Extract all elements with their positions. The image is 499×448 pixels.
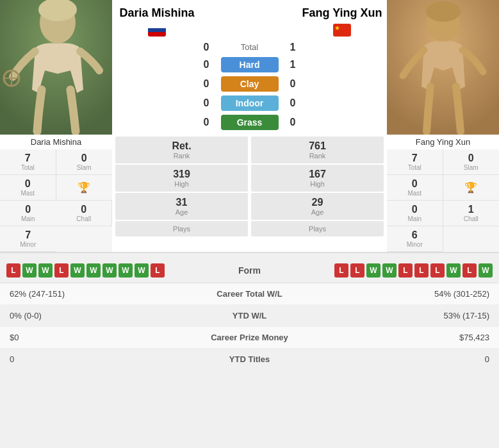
right-header-block: Fang Ying Xun bbox=[300, 0, 384, 37]
right-slam-cell: 0 Slam bbox=[443, 149, 500, 175]
left-player-photo bbox=[0, 0, 112, 135]
career-wl-label: Career Total W/L bbox=[186, 289, 314, 299]
right-plays-box: Plays bbox=[251, 221, 384, 236]
win-badge: W bbox=[22, 263, 37, 278]
clay-score-left: 0 bbox=[199, 78, 215, 90]
hard-score-left: 0 bbox=[199, 59, 215, 71]
titles-label: YTD Titles bbox=[186, 354, 314, 364]
left-slam-cell: 0 Slam bbox=[56, 149, 113, 175]
bottom-stats-section: LWWLWWWWWL Form LLWWLLLWLW 62% (247-151)… bbox=[0, 258, 499, 370]
loss-badge: L bbox=[430, 263, 445, 278]
loss-badge: L bbox=[398, 263, 413, 278]
left-player-stats: 7 Total 0 Slam 0 Mast 🏆 0 bbox=[0, 149, 112, 252]
form-label: Form bbox=[211, 265, 288, 276]
left-high-box: 319 High bbox=[115, 165, 248, 192]
hard-surface-badge: Hard bbox=[221, 57, 279, 72]
russia-flag-icon bbox=[148, 24, 166, 37]
prize-row: $0 Career Prize Money $75,423 bbox=[0, 327, 499, 349]
indoor-surface-badge: Indoor bbox=[221, 95, 279, 111]
win-badge: W bbox=[102, 263, 117, 278]
right-career-wl: 54% (301-252) bbox=[314, 289, 490, 299]
total-label: Total bbox=[221, 42, 279, 52]
indoor-score-left: 0 bbox=[199, 97, 215, 109]
right-player-name: Fang Ying Xun bbox=[387, 135, 499, 149]
prize-label: Career Prize Money bbox=[186, 333, 314, 342]
right-chall-cell: 1 Chall bbox=[443, 201, 500, 226]
ytd-wl-label: YTD W/L bbox=[186, 311, 314, 320]
right-minor-cell: 6 Minor bbox=[387, 226, 443, 252]
match-scores: 0 Total 1 0 Hard 1 0 Clay 0 0 bbox=[112, 37, 387, 135]
left-total-cell: 7 Total bbox=[0, 149, 56, 175]
right-rank-box: 761 Rank bbox=[251, 137, 384, 163]
left-main-visible: 0 Main bbox=[0, 201, 56, 226]
left-header-name: Daria Mishina bbox=[115, 0, 199, 21]
total-row: 0 Total 1 bbox=[199, 42, 301, 53]
left-chall-cell: 0 Chall bbox=[56, 201, 113, 226]
loss-badge: L bbox=[462, 263, 477, 278]
clay-surface-badge: Clay bbox=[221, 76, 279, 92]
right-main-visible: 0 Main bbox=[387, 201, 443, 226]
left-player-name: Daria Mishina bbox=[0, 135, 112, 149]
loss-badge: L bbox=[54, 263, 69, 278]
left-minor-cell: 7 Minor bbox=[0, 226, 56, 252]
ytd-wl-row: 0% (0-0) YTD W/L 53% (17-15) bbox=[0, 305, 499, 327]
career-wl-row: 62% (247-151) Career Total W/L 54% (301-… bbox=[0, 283, 499, 305]
right-ytd-wl: 53% (17-15) bbox=[314, 311, 490, 320]
plays-info-row: Plays Plays bbox=[112, 221, 387, 236]
right-header-name: Fang Ying Xun bbox=[300, 0, 384, 21]
left-form-badges: LWWLWWWWWL bbox=[6, 263, 211, 278]
china-flag-icon bbox=[333, 24, 351, 37]
left-age-box: 31 Age bbox=[115, 193, 248, 220]
win-badge: W bbox=[70, 263, 85, 278]
left-trophy-icon: 🏆 bbox=[78, 181, 90, 194]
loss-badge: L bbox=[334, 263, 348, 278]
grass-score-left: 0 bbox=[199, 117, 215, 128]
total-score-right: 1 bbox=[285, 42, 301, 53]
rank-info-row: Ret. Rank 761 Rank bbox=[112, 137, 387, 163]
right-total-cell: 7 Total bbox=[387, 149, 443, 175]
win-badge: W bbox=[38, 263, 53, 278]
right-form-badges: LLWWLLLWLW bbox=[288, 263, 493, 278]
left-header-block: Daria Mishina bbox=[115, 0, 199, 37]
svg-point-8 bbox=[426, 1, 461, 22]
left-prize: $0 bbox=[10, 333, 186, 342]
grass-row: 0 Grass 0 bbox=[199, 115, 301, 130]
loss-badge: L bbox=[350, 263, 364, 278]
win-badge: W bbox=[119, 263, 133, 278]
left-player-column: Daria Mishina 7 Total 0 Slam 0 Mast bbox=[0, 0, 112, 252]
hard-score-right: 1 bbox=[285, 59, 301, 71]
match-center-column: Daria Mishina Fang Ying Xun 0 bbox=[112, 0, 387, 252]
form-row: LWWLWWWWWL Form LLWWLLLWLW bbox=[0, 258, 499, 283]
win-badge: W bbox=[382, 263, 397, 278]
win-badge: W bbox=[366, 263, 380, 278]
left-mast-cell: 0 Mast bbox=[0, 175, 56, 201]
right-trophy-cell: 🏆 bbox=[443, 175, 500, 201]
win-badge: W bbox=[479, 263, 493, 278]
right-prize: $75,423 bbox=[314, 333, 490, 342]
right-player-column: Fang Ying Xun 7 Total 0 Slam 0 Mast bbox=[387, 0, 499, 252]
age-info-row: 31 Age 29 Age bbox=[112, 193, 387, 220]
right-mast-cell: 0 Mast bbox=[387, 175, 443, 201]
grass-score-right: 0 bbox=[285, 117, 301, 128]
left-plays-box: Plays bbox=[115, 221, 248, 236]
high-info-row: 319 High 167 High bbox=[112, 165, 387, 192]
right-flag bbox=[300, 21, 384, 37]
hard-row: 0 Hard 1 bbox=[199, 57, 301, 72]
left-career-wl: 62% (247-151) bbox=[10, 289, 186, 299]
right-age-box: 29 Age bbox=[251, 193, 384, 220]
loss-badge: L bbox=[151, 263, 165, 278]
grass-surface-badge: Grass bbox=[221, 115, 279, 130]
left-ytd-wl: 0% (0-0) bbox=[10, 311, 186, 320]
indoor-score-right: 0 bbox=[285, 97, 301, 109]
indoor-row: 0 Indoor 0 bbox=[199, 95, 301, 111]
left-rank-box: Ret. Rank bbox=[115, 137, 248, 163]
loss-badge: L bbox=[414, 263, 429, 278]
left-flag bbox=[115, 21, 199, 37]
win-badge: W bbox=[135, 263, 149, 278]
win-badge: W bbox=[86, 263, 101, 278]
right-titles: 0 bbox=[314, 354, 490, 364]
right-player-stats: 7 Total 0 Slam 0 Mast 🏆 0 bbox=[387, 149, 499, 252]
left-trophy-cell: 🏆 bbox=[56, 175, 113, 201]
clay-score-right: 0 bbox=[285, 78, 301, 90]
players-names-header: Daria Mishina Fang Ying Xun bbox=[112, 0, 387, 37]
